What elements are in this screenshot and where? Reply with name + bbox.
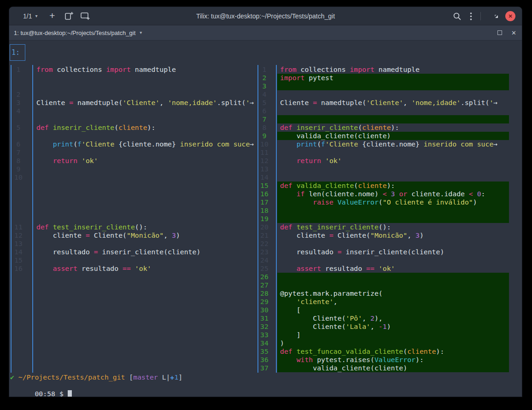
code-line-new [277, 107, 509, 115]
line-number-old [10, 273, 27, 281]
code-line-new: cliente = Cliente("Monicão", 3) [277, 231, 509, 240]
code-line-old [36, 190, 257, 198]
add-terminal-right-button[interactable] [61, 9, 77, 23]
add-terminal-down-button[interactable] [77, 9, 94, 23]
line-number-old [10, 74, 27, 82]
code-line-old: print(f'Cliente {cliente.nome} inserido … [36, 140, 257, 148]
restore-button[interactable] [494, 14, 499, 19]
line-number-old: 13 [10, 240, 27, 248]
line-number-new: 11 [256, 148, 273, 157]
close-terminal-button[interactable]: ✕ [511, 29, 516, 36]
diff-row: 8 return 'ok'12 return 'ok' [9, 157, 522, 165]
code-line-old [36, 74, 257, 82]
line-number-old [10, 132, 27, 140]
line-number-new: 17 [256, 198, 273, 206]
line-number-new: 34 [256, 339, 273, 347]
line-number-new: 7 [256, 115, 273, 123]
diff-row: 30 [ [9, 306, 522, 314]
prompt-text: 00:58 $ [35, 390, 67, 397]
line-number-new: 30 [256, 306, 273, 314]
diff-row: 1322 [9, 240, 522, 248]
line-number-old [10, 182, 27, 190]
diff-row: 711 [9, 148, 522, 157]
close-x-icon: ✕ [511, 29, 516, 36]
code-line-old [36, 273, 257, 281]
code-line-new: Cliente = namedtuple('Cliente', 'nome,id… [277, 99, 509, 107]
diff-row: 14 resultado = inserir_cliente(cliente)2… [9, 248, 522, 256]
diff-row: 18 [9, 206, 522, 215]
code-line-old [36, 306, 257, 314]
maximize-terminal-button[interactable] [497, 30, 502, 35]
code-line-old [36, 132, 257, 140]
diff-row: 1014 [9, 173, 522, 182]
line-number-new: 2 [256, 74, 273, 82]
line-number-old [10, 298, 27, 306]
diff-row: 29 'cliente', [9, 298, 522, 306]
code-line-old [36, 182, 257, 190]
code-line-old [36, 356, 257, 364]
line-number-new: 35 [256, 347, 273, 356]
code-line-old: def test_inserir_cliente(): [36, 223, 257, 231]
line-number-new: 19 [256, 215, 273, 223]
line-number-new: 14 [256, 173, 273, 182]
maximize-square-icon [497, 30, 502, 35]
menu-button[interactable] [468, 12, 474, 21]
line-number-old: 16 [10, 264, 27, 273]
line-number-old: 2 [10, 90, 27, 99]
line-number-old: 6 [10, 140, 27, 148]
code-line-old: assert resultado == 'ok' [36, 264, 257, 273]
restore-icon [494, 14, 499, 19]
new-session-button[interactable]: + [44, 9, 61, 23]
code-line-new: raise ValueError("O cliente é inválido") [277, 198, 509, 206]
line-number-old [10, 198, 27, 206]
diff-row: 16 if len(cliente.nome) < 3 or cliente.i… [9, 190, 522, 198]
tab-label: 1: tux@tux-desktop:~/Projects/Tests/patc… [14, 29, 135, 36]
code-line-new [277, 82, 509, 90]
diff-row: 1from collections import namedtuple1from… [9, 65, 522, 74]
line-number-old: 8 [10, 157, 27, 165]
diff-row: 32 Cliente('Lala', -1) [9, 322, 522, 331]
tab-session[interactable]: 1: tux@tux-desktop:~/Projects/Tests/patc… [9, 29, 142, 36]
line-number-new: 27 [256, 281, 273, 289]
session-indicator-dropdown[interactable]: 1/1 ▾ [23, 12, 38, 20]
line-number-old [10, 364, 27, 372]
add-terminal-down-icon [81, 12, 90, 20]
code-line-old [36, 298, 257, 306]
line-number-old: 15 [10, 256, 27, 264]
diff-row: 46 [9, 107, 522, 115]
code-line-new: Cliente('Pô', 2), [277, 314, 509, 322]
line-number-new: 21 [256, 231, 273, 240]
search-button[interactable] [453, 12, 462, 21]
code-line-new: valida_cliente(cliente) [277, 132, 509, 140]
code-line-new [277, 206, 509, 215]
session-indicator-label: 1/1 [23, 12, 32, 20]
line-number-old: 5 [10, 123, 27, 132]
line-number-old [10, 215, 27, 223]
diff-row: 7 [9, 115, 522, 123]
line-number-old [10, 322, 27, 331]
terminal-screen[interactable]: 1: 1from collections import namedtuple1f… [9, 41, 522, 397]
close-button[interactable]: ✕ [505, 11, 515, 21]
diff-row: 35def test_funcao_valida_cliente(cliente… [9, 347, 522, 356]
code-line-old [36, 314, 257, 322]
line-number-new: 1 [256, 65, 273, 74]
code-line-new: assert resultado == 'ok' [277, 264, 509, 273]
line-number-old [10, 289, 27, 298]
code-line-new: with pytest.raises(ValueError): [277, 356, 509, 364]
code-line-old [36, 322, 257, 331]
line-number-new: 37 [256, 364, 273, 372]
code-line-new [277, 273, 509, 281]
code-line-new: valida_cliente(cliente) [277, 364, 509, 372]
code-line-new: print(f'Cliente {cliente.nome} inserido … [277, 140, 509, 148]
kebab-menu-icon [470, 12, 472, 21]
code-line-new: [ [277, 306, 509, 314]
code-line-old [36, 256, 257, 264]
code-line-new: return 'ok' [277, 157, 509, 165]
diff-view: 1from collections import namedtuple1from… [9, 65, 522, 372]
line-number-new: 22 [256, 240, 273, 248]
code-line-old [36, 331, 257, 339]
line-number-new: 16 [256, 190, 273, 198]
code-line-old [36, 240, 257, 248]
code-line-new [277, 281, 509, 289]
line-number-new: 4 [256, 90, 273, 99]
